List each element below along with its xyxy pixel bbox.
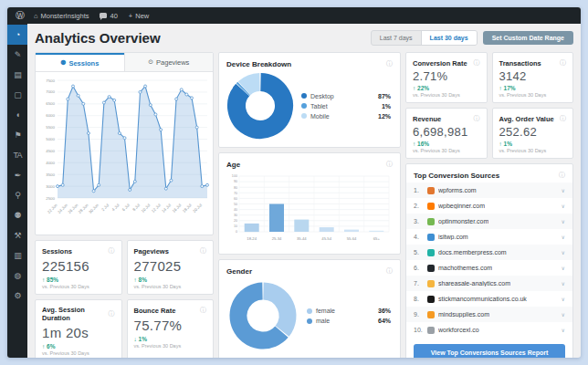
sidebar-item-dashboard[interactable]: ◔ [7, 25, 27, 45]
wp-admin-sidebar: ◔✎▤▢◖⚑TA✒⚲⚉⚒▥◍⚙ [7, 24, 27, 358]
svg-text:6500: 6500 [46, 101, 55, 106]
chevron-down-icon[interactable]: ∨ [562, 187, 565, 193]
sidebar-item-analytics[interactable]: ◍ [7, 266, 27, 286]
legend-value: 64% [378, 318, 391, 324]
svg-text:22 Jun: 22 Jun [47, 203, 58, 214]
legend-item-mobile: Mobile12% [301, 113, 391, 120]
last-7-days-button[interactable]: Last 7 days [372, 31, 421, 45]
sidebar-item-collapse[interactable]: ⚙ [7, 286, 27, 306]
tab-pageviews[interactable]: ⊙ Pageviews [124, 53, 214, 71]
stat-delta: ↑ 22% [413, 85, 480, 91]
legend-value: 1% [382, 103, 391, 110]
stat-label: Transactions [499, 59, 541, 68]
info-icon[interactable]: ⓘ [109, 309, 115, 318]
info-icon[interactable]: ⓘ [559, 171, 565, 180]
chevron-down-icon[interactable]: ∨ [562, 296, 565, 302]
sidebar-item-ta-plugin[interactable]: TA [7, 145, 27, 165]
sidebar-item-settings[interactable]: ▥ [7, 245, 27, 266]
source-rank: 1. [414, 187, 424, 193]
sidebar-item-posts-pin[interactable]: ✎ [7, 45, 27, 65]
set-custom-date-range-button[interactable]: Set Custom Date Range [483, 31, 573, 45]
chevron-down-icon[interactable]: ∨ [562, 280, 565, 287]
chevron-down-icon[interactable]: ∨ [562, 218, 565, 224]
dashboard-grid: ⚉ Sessions ⊙ Pageviews 25003000350040004… [35, 52, 573, 358]
sidebar-item-media[interactable]: ▤ [7, 65, 27, 85]
info-icon[interactable]: ⓘ [200, 306, 206, 315]
info-icon[interactable]: ⓘ [386, 266, 393, 276]
stat-card-avg-session-duration: Avg. Session Durationⓘ1m 20s↑ 6%vs. Prev… [35, 299, 122, 358]
legend-item-male: male64% [307, 318, 391, 324]
chevron-down-icon[interactable]: ∨ [562, 249, 565, 256]
info-icon[interactable]: ⓘ [109, 246, 115, 256]
source-rank: 10. [414, 327, 424, 333]
source-list: 1.wpforms.com∨2.wpbeginner.com∨3.optinmo… [406, 182, 572, 338]
new-menu[interactable]: + New [124, 7, 153, 24]
svg-text:18 Jul: 18 Jul [182, 203, 193, 214]
source-domain: isitwp.com [438, 234, 468, 240]
source-domain: optinmonster.com [438, 218, 488, 224]
up-arrow-icon: ↑ [499, 85, 502, 91]
legend-label: female [316, 308, 335, 314]
up-arrow-icon: ↑ [413, 85, 415, 91]
stat-card-transactions: Transactionsⓘ3142↑ 17%vs. Previous 30 Da… [492, 52, 574, 103]
source-rank: 7. [414, 280, 424, 287]
sidebar-item-feedback[interactable]: ⚑ [7, 125, 27, 145]
legend-value: 87% [378, 93, 391, 99]
stat-delta: ↑ 17% [499, 85, 567, 91]
source-row-workforcexl.co[interactable]: 10.workforcexl.co∨ [406, 322, 572, 338]
info-icon[interactable]: ⓘ [200, 246, 206, 256]
info-icon[interactable]: ⓘ [386, 160, 393, 169]
sidebar-item-tools[interactable]: ⚒ [7, 225, 27, 245]
favicon-icon [427, 280, 435, 287]
down-arrow-icon: ↓ [134, 336, 137, 342]
info-icon[interactable]: ⓘ [474, 114, 480, 123]
site-menu[interactable]: ⌂ MonsterInsights [29, 7, 93, 24]
chevron-down-icon[interactable]: ∨ [562, 234, 565, 240]
chevron-down-icon[interactable]: ∨ [562, 311, 565, 318]
tab-sessions[interactable]: ⚉ Sessions [36, 53, 124, 71]
sidebar-item-plugins[interactable]: ⚲ [7, 185, 27, 205]
wordpress-logo-icon[interactable]: Ⓦ [13, 7, 27, 24]
info-icon[interactable]: ⓘ [474, 58, 480, 68]
svg-text:14 Jul: 14 Jul [161, 203, 172, 214]
source-row-shareasale-analytics.com[interactable]: 7.shareasale-analytics.com∨ [406, 276, 572, 291]
top-conversion-sources-card: Top Conversion Sources ⓘ 1.wpforms.com∨2… [405, 163, 573, 358]
favicon-icon [427, 265, 435, 272]
sessions-line-chart: 2500300035004000450050005500600065007000… [36, 72, 213, 235]
sidebar-item-users[interactable]: ⚉ [7, 205, 27, 225]
comments-icon: ◖ [16, 110, 19, 120]
source-row-mindsupplies.com[interactable]: 9.mindsupplies.com∨ [406, 307, 572, 322]
chevron-down-icon[interactable]: ∨ [562, 327, 565, 333]
legend-label: Desktop [310, 93, 334, 99]
info-icon[interactable]: ⓘ [560, 58, 566, 68]
source-row-optinmonster.com[interactable]: 3.optinmonster.com∨ [406, 214, 572, 229]
comments-menu[interactable]: 40 [95, 7, 121, 24]
last-30-days-button[interactable]: Last 30 days [421, 31, 477, 45]
ecommerce-stats-grid: Conversion Rateⓘ2.71%↑ 22%vs. Previous 3… [405, 52, 573, 159]
source-row-stickmancommunications.co.uk[interactable]: 8.stickmancommunications.co.uk∨ [406, 291, 572, 307]
info-icon[interactable]: ⓘ [386, 59, 393, 68]
traffic-stats-grid: Sessionsⓘ225156↑ 85%vs. Previous 30 Days… [35, 240, 214, 358]
source-row-wpforms.com[interactable]: 1.wpforms.com∨ [406, 182, 572, 198]
source-domain: stickmancommunications.co.uk [438, 296, 527, 302]
chevron-down-icon[interactable]: ∨ [562, 265, 565, 271]
view-top-conversion-sources-report-button[interactable]: View Top Conversions Sources Report [414, 344, 565, 358]
svg-text:25-34: 25-34 [272, 236, 282, 241]
device-legend: Desktop87%Tablet1%Mobile12% [301, 93, 391, 120]
svg-text:24 Jun: 24 Jun [57, 203, 68, 214]
sidebar-item-comments[interactable]: ◖ [7, 105, 27, 125]
sidebar-item-appearance[interactable]: ✒ [7, 165, 27, 185]
source-row-docs.memberpress.com[interactable]: 5.docs.memberpress.com∨ [406, 245, 572, 260]
chevron-down-icon[interactable]: ∨ [562, 203, 565, 209]
favicon-icon [427, 249, 435, 256]
svg-text:4 Jul: 4 Jul [110, 203, 120, 212]
source-row-isitwp.com[interactable]: 4.isitwp.com∨ [406, 229, 572, 245]
source-rank: 8. [414, 296, 424, 302]
stat-value: 2.71% [413, 69, 480, 83]
source-domain: wpbeginner.com [438, 203, 485, 209]
info-icon[interactable]: ⓘ [560, 114, 566, 123]
source-row-machothemes.com[interactable]: 6.machothemes.com∨ [406, 260, 572, 276]
legend-dot-icon [301, 93, 307, 99]
sidebar-item-pages[interactable]: ▢ [7, 85, 27, 105]
source-row-wpbeginner.com[interactable]: 2.wpbeginner.com∨ [406, 198, 572, 214]
